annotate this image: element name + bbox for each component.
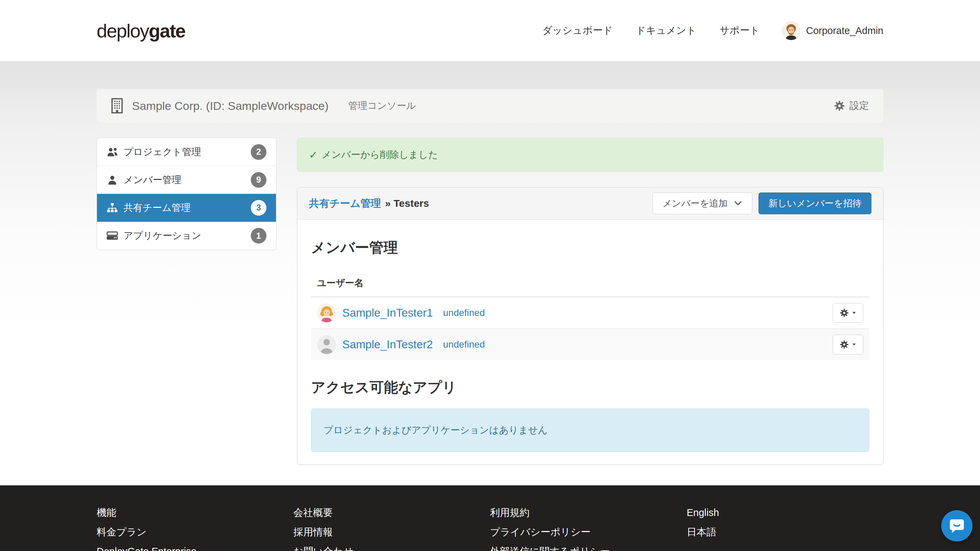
invite-member-button[interactable]: 新しいメンバーを招待	[759, 192, 872, 214]
table-header-username: ユーザー名	[311, 272, 869, 297]
member-row: Sample_InTester1 undefined	[311, 297, 869, 329]
check-icon: ✓	[309, 149, 318, 161]
footer-link-japanese[interactable]: 日本語	[687, 527, 883, 538]
logo-text-regular: deploy	[97, 20, 149, 41]
count-badge: 9	[251, 172, 266, 188]
user-icon	[107, 175, 118, 185]
workspace-settings-button[interactable]: 設定	[834, 99, 869, 113]
breadcrumb-current: » Testers	[385, 198, 429, 209]
member-avatar	[317, 335, 336, 354]
count-badge: 2	[251, 144, 266, 160]
member-avatar	[317, 303, 336, 322]
add-member-dropdown[interactable]: メンバーを追加	[653, 192, 753, 214]
footer-link-external-policy[interactable]: 外部送信に関するポリシー	[490, 546, 687, 551]
gear-icon	[834, 100, 845, 111]
sidebar-item-shared-teams[interactable]: 共有チーム管理 3	[97, 194, 276, 222]
caret-down-icon	[852, 311, 856, 315]
footer-column-product: 機能 料金プラン DeployGate Enterprise	[97, 507, 293, 551]
footer-link-enterprise[interactable]: DeployGate Enterprise	[97, 546, 293, 551]
footer-link-terms[interactable]: 利用規約	[490, 507, 687, 518]
nav-link-dashboard[interactable]: ダッシュボード	[531, 24, 624, 37]
workspace-header: Sample Corp. (ID: SampleWorkspace) 管理コンソ…	[97, 89, 883, 122]
member-settings-dropdown[interactable]	[833, 303, 863, 323]
accessible-apps-heading: アクセス可能なアプリ	[311, 378, 869, 397]
member-row: Sample_InTester2 undefined	[311, 329, 869, 360]
chevron-down-icon	[733, 199, 743, 208]
sidebar-item-applications[interactable]: アプリケーション 1	[97, 222, 276, 250]
member-name-link[interactable]: Sample_InTester1	[342, 306, 433, 319]
sidebar-item-projects[interactable]: プロジェクト管理 2	[97, 138, 276, 166]
footer-column-legal: 利用規約 プライバシーポリシー 外部送信に関するポリシー	[490, 507, 687, 551]
count-badge: 1	[251, 228, 266, 243]
footer-column-company: 会社概要 採用情報 お問い合わせ	[293, 507, 490, 551]
user-name: Corporate_Admin	[806, 25, 883, 37]
count-badge: 3	[251, 200, 266, 216]
footer-column-language: English 日本語	[687, 507, 883, 551]
footer-link-features[interactable]: 機能	[97, 507, 293, 518]
member-settings-dropdown[interactable]	[833, 335, 863, 354]
user-menu[interactable]: Corporate_Admin	[782, 21, 883, 40]
nav-link-documents[interactable]: ドキュメント	[624, 24, 708, 37]
deploygate-logo[interactable]: deploygate	[97, 20, 185, 42]
workspace-subtitle: 管理コンソール	[348, 99, 416, 112]
success-alert-text: メンバーから削除しました	[321, 148, 438, 161]
member-role: undefined	[443, 308, 485, 318]
footer-link-contact[interactable]: お問い合わせ	[293, 546, 490, 551]
nav-link-support[interactable]: サポート	[708, 24, 772, 37]
building-icon	[111, 98, 123, 114]
chat-bubble-icon	[949, 518, 965, 534]
add-member-label: メンバーを追加	[662, 197, 728, 210]
panel-heading: 共有チーム管理 » Testers メンバーを追加 新しいメンバーを招待	[298, 187, 883, 220]
footer-link-privacy[interactable]: プライバシーポリシー	[490, 527, 687, 538]
caret-down-icon	[852, 342, 856, 347]
footer-link-about[interactable]: 会社概要	[293, 507, 490, 518]
members-heading: メンバー管理	[311, 238, 869, 257]
sidebar-item-label: アプリケーション	[124, 229, 202, 242]
team-panel: 共有チーム管理 » Testers メンバーを追加 新しいメンバーを招待 メンバ…	[297, 187, 883, 465]
member-role: undefined	[443, 339, 485, 350]
top-navbar: deploygate ダッシュボード ドキュメント サポート Corporate…	[0, 0, 980, 62]
settings-label: 設定	[850, 99, 869, 113]
sitemap-icon	[107, 203, 118, 213]
gear-icon	[840, 308, 849, 318]
workspace-title: Sample Corp. (ID: SampleWorkspace)	[132, 99, 329, 113]
page-background: Sample Corp. (ID: SampleWorkspace) 管理コンソ…	[0, 62, 980, 485]
success-alert: ✓ メンバーから削除しました	[297, 138, 883, 172]
hdd-icon	[107, 230, 118, 241]
footer-link-pricing[interactable]: 料金プラン	[97, 527, 293, 538]
breadcrumb-link-shared-teams[interactable]: 共有チーム管理	[309, 197, 381, 211]
chat-widget-button[interactable]	[941, 510, 972, 541]
nav-links: ダッシュボード ドキュメント サポート Corporate_Admin	[531, 21, 884, 40]
footer-link-english[interactable]: English	[687, 507, 883, 518]
footer-link-careers[interactable]: 採用情報	[293, 527, 490, 538]
admin-sidebar: プロジェクト管理 2 メンバー管理 9 共有チーム管理 3 アプリケーション 1	[97, 138, 276, 250]
user-avatar	[782, 21, 801, 40]
member-name-link[interactable]: Sample_InTester2	[342, 338, 433, 351]
site-footer: 機能 料金プラン DeployGate Enterprise 会社概要 採用情報…	[0, 485, 980, 551]
logo-text-bold: gate	[149, 20, 185, 41]
no-apps-info-alert: プロジェクトおよびアプリケーションはありません	[311, 408, 869, 452]
gear-icon	[840, 340, 849, 349]
sidebar-item-members[interactable]: メンバー管理 9	[97, 166, 276, 194]
sidebar-item-label: 共有チーム管理	[124, 202, 191, 214]
sidebar-item-label: プロジェクト管理	[124, 146, 201, 159]
sidebar-item-label: メンバー管理	[124, 173, 181, 186]
users-icon	[107, 147, 118, 157]
